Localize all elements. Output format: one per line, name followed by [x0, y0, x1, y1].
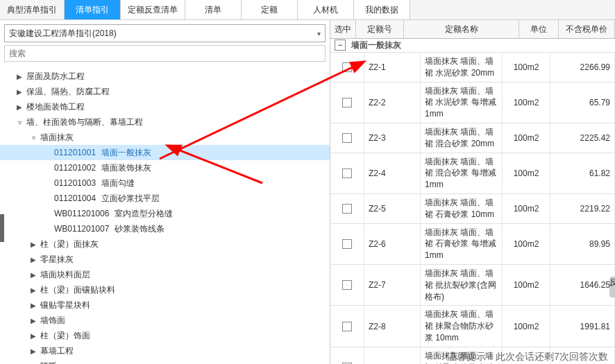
expand-icon[interactable]: ▶ [29, 302, 37, 309]
tree-item[interactable]: ▶墙面块料面层 [0, 267, 330, 282]
guide-dropdown[interactable]: 安徽建设工程清单指引(2018) ▾ [4, 24, 326, 42]
tab-4[interactable]: 定额 [242, 0, 298, 19]
group-row[interactable]: − 墙面一般抹灰 [330, 39, 615, 53]
expand-icon[interactable]: ▶ [29, 241, 37, 248]
tree-label: 墙面装饰抹灰 [101, 162, 151, 174]
checkbox-icon[interactable] [342, 239, 352, 249]
cell-code: Z2-9 [364, 347, 421, 364]
checkbox-icon[interactable] [342, 98, 352, 107]
tree-item[interactable]: ▶柱（梁）面镶贴块料 [0, 282, 330, 297]
tree-item[interactable]: ▶墙饰面 [0, 313, 330, 328]
tree-item[interactable]: ▶柱（梁）面抹灰 [0, 236, 330, 252]
tab-0[interactable]: 典型清单指引 [0, 0, 65, 19]
tree-code: WB011201007 [54, 224, 109, 234]
checkbox-icon[interactable] [342, 62, 352, 72]
cell-code: Z2-7 [364, 265, 421, 305]
table-row[interactable]: Z2-2墙面抹灰 墙面、墙裙 水泥砂浆 每增减1mm100m265.79 [330, 83, 615, 123]
tab-5[interactable]: 人材机 [298, 0, 354, 19]
category-tree: ▶屋面及防水工程▶保温、隔热、防腐工程▶楼地面装饰工程▿墙、柱面装饰与隔断、幕墙… [0, 66, 330, 364]
cell-unit: 100m2 [503, 224, 550, 264]
expand-icon[interactable]: ▶ [15, 88, 24, 96]
expand-icon[interactable]: ▶ [29, 317, 37, 324]
table-row[interactable]: Z2-1墙面抹灰 墙面、墙裙 水泥砂浆 20mm100m22266.99 [330, 53, 615, 83]
cell-code: Z2-4 [364, 153, 421, 193]
table-row[interactable]: Z2-3墙面抹灰 墙面、墙裙 混合砂浆 20mm100m22225.42 [330, 123, 615, 153]
expand-icon[interactable]: ▶ [29, 271, 37, 279]
row-select[interactable] [330, 306, 364, 346]
row-select[interactable] [330, 83, 364, 123]
tab-2[interactable]: 定额反查清单 [121, 0, 185, 19]
tree-label: 墙饰面 [40, 315, 65, 327]
col-select: 选中 [330, 20, 356, 38]
row-select[interactable] [330, 224, 364, 264]
expand-icon[interactable]: ▿ [15, 119, 24, 126]
cell-price: 1991.81 [550, 306, 615, 346]
tree-item[interactable]: ▶屋面及防水工程 [0, 69, 330, 84]
cell-code: Z2-5 [364, 194, 421, 223]
col-price: 不含税单价 [559, 20, 615, 38]
tree-item[interactable]: ▶柱（梁）饰面 [0, 328, 330, 343]
cell-price: 65.79 [550, 83, 615, 123]
tree-label: 隔断 [40, 361, 57, 365]
table-row[interactable]: Z2-4墙面抹灰 墙面、墙裙 混合砂浆 每增减1mm100m261.82 [330, 153, 615, 194]
tree-item[interactable]: ▶幕墙工程 [0, 343, 330, 358]
expand-icon[interactable]: ▿ [29, 134, 37, 141]
row-select[interactable] [330, 153, 364, 193]
tree-label: 楼地面装饰工程 [26, 101, 85, 113]
checkbox-icon[interactable] [342, 204, 352, 214]
cell-unit: 100m2 [503, 194, 550, 223]
tree-item[interactable]: ▶保温、隔热、防腐工程 [0, 84, 330, 99]
collapse-icon[interactable]: − [335, 40, 346, 51]
expand-icon[interactable]: ▶ [15, 103, 24, 111]
tree-code: 011201001 [54, 148, 96, 157]
tree-item[interactable]: 011201002墙面装饰抹灰 [0, 160, 330, 175]
row-select[interactable] [330, 265, 364, 305]
left-edge-knob[interactable] [0, 214, 4, 242]
cell-price: 89.95 [550, 224, 615, 264]
tree-label: 墙面一般抹灰 [101, 147, 151, 159]
tree-label: 柱（梁）面镶贴块料 [40, 284, 115, 296]
side-handle[interactable]: 反 [609, 277, 615, 297]
left-panel: 安徽建设工程清单指引(2018) ▾ ▶屋面及防水工程▶保温、隔热、防腐工程▶楼… [0, 20, 330, 364]
checkbox-icon[interactable] [342, 168, 352, 178]
tree-label: 幕墙工程 [40, 345, 74, 357]
table-row[interactable]: Z2-5墙面抹灰 墙面、墙裙 石膏砂浆 10mm100m22219.22 [330, 194, 615, 224]
tree-item[interactable]: ▶零星抹灰 [0, 252, 330, 267]
expand-icon[interactable]: ▶ [29, 332, 37, 340]
tree-item[interactable]: ▿墙、柱面装饰与隔断、幕墙工程 [0, 114, 330, 130]
tree-item[interactable]: 011201001墙面一般抹灰 [0, 145, 330, 160]
tree-item[interactable]: ▿墙面抹灰 [0, 130, 330, 145]
chevron-down-icon: ▾ [317, 30, 321, 37]
cell-name: 墙面抹灰 墙面、墙裙 石膏砂浆 10mm [421, 194, 503, 223]
expand-icon[interactable]: ▶ [29, 286, 37, 294]
tab-1[interactable]: 清单指引 [65, 0, 121, 19]
checkbox-icon[interactable] [342, 280, 352, 290]
checkbox-icon[interactable] [342, 322, 352, 331]
tab-6[interactable]: 我的数据 [354, 0, 410, 19]
tree-item[interactable]: ▶隔断 [0, 358, 330, 364]
row-select[interactable] [330, 347, 364, 364]
cell-name: 墙面抹灰 墙面、墙裙 混合砂浆 20mm [421, 123, 503, 153]
tab-3[interactable]: 清单 [185, 0, 242, 19]
tree-item[interactable]: 011201004立面砂浆找平层 [0, 191, 330, 206]
tree-label: 屋面及防水工程 [26, 71, 85, 83]
cell-name: 墙面抹灰 墙面、墙裙 抹聚合物防水砂浆 10mm [421, 306, 503, 346]
table-row[interactable]: Z2-6墙面抹灰 墙面、墙裙 石膏砂浆 每增减1mm100m289.95 [330, 224, 615, 265]
row-select[interactable] [330, 194, 364, 223]
expand-icon[interactable]: ▶ [15, 73, 24, 80]
tree-item[interactable]: 011201003墙面勾缝 [0, 175, 330, 191]
search-input[interactable] [4, 45, 326, 62]
tree-item[interactable]: WB011201006室内造型分格缝 [0, 206, 330, 221]
tree-label: 墙面抹灰 [40, 132, 74, 144]
row-select[interactable] [330, 123, 364, 153]
row-select[interactable] [330, 53, 364, 82]
expand-icon[interactable]: ▶ [29, 347, 37, 355]
table-row[interactable]: Z2-8墙面抹灰 墙面、墙裙 抹聚合物防水砂浆 10mm100m21991.81 [330, 306, 615, 347]
table-row[interactable]: Z2-7墙面抹灰 墙面、墙裙 批抗裂砂浆(含网格布)100m21646.25 [330, 265, 615, 306]
tree-item[interactable]: WB011201007砂浆装饰线条 [0, 221, 330, 236]
cell-code: Z2-1 [364, 53, 421, 82]
checkbox-icon[interactable] [342, 133, 352, 143]
expand-icon[interactable]: ▶ [29, 256, 37, 263]
tree-item[interactable]: ▶镶贴零星块料 [0, 297, 330, 313]
tree-item[interactable]: ▶楼地面装饰工程 [0, 99, 330, 114]
